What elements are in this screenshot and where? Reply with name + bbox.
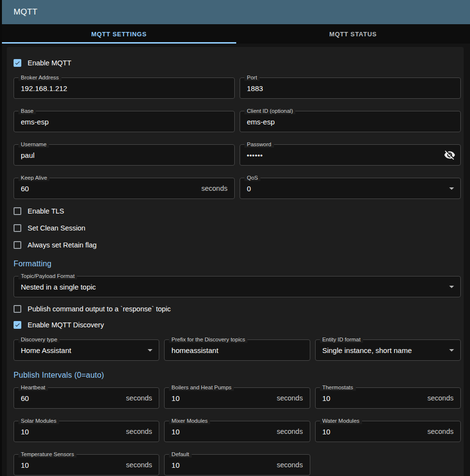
water-interval-field[interactable]: Water Modules 10 seconds	[315, 421, 461, 442]
qos-select[interactable]: QoS 0	[240, 178, 461, 199]
retain-flag-checkbox[interactable]: Always set Retain flag	[14, 241, 97, 249]
client-id-label: Client ID (optional)	[244, 108, 295, 114]
discovery-row: Discovery type Home Assistant Prefix for…	[14, 339, 461, 361]
dropdown-arrow-icon	[144, 344, 156, 356]
tab-mqtt-status[interactable]: MQTT STATUS	[236, 24, 470, 44]
clean-session-checkbox[interactable]: Set Clean Session	[14, 224, 85, 232]
entity-id-format-label: Entity ID format	[320, 337, 363, 343]
username-value: paul	[21, 151, 227, 159]
discovery-prefix-field[interactable]: Prefix for the Discovery topics homeassi…	[164, 339, 310, 361]
page-title: MQTT	[14, 7, 37, 17]
solar-unit: seconds	[126, 428, 152, 435]
discovery-prefix-label: Prefix for the Discovery topics	[169, 337, 247, 343]
broker-port-row: Broker Address 192.168.1.212 Port 1883	[14, 77, 461, 99]
boilers-interval-field[interactable]: Boilers and Heat Pumps 10 seconds	[164, 387, 310, 409]
discovery-type-select[interactable]: Discovery type Home Assistant	[14, 339, 159, 361]
port-value: 1883	[247, 84, 454, 92]
mixer-label: Mixer Modules	[169, 418, 210, 424]
keepalive-qos-row: Keep Alive 60 seconds QoS 0	[14, 178, 461, 199]
boilers-label: Boilers and Heat Pumps	[169, 384, 234, 391]
checkbox-unchecked-icon	[14, 305, 21, 313]
publish-response-checkbox[interactable]: Publish command output to a `response` t…	[14, 305, 171, 313]
default-value: 10	[171, 461, 273, 469]
checkbox-unchecked-icon	[14, 241, 21, 249]
client-id-field[interactable]: Client ID (optional) ems-esp	[240, 111, 461, 132]
checkmark-icon	[15, 60, 20, 66]
enable-tls-label: Enable TLS	[28, 207, 64, 215]
password-field[interactable]: Password ••••••	[240, 144, 461, 166]
settings-panel: Enable MQTT Broker Address 192.168.1.212…	[7, 47, 464, 476]
port-field[interactable]: Port 1883	[240, 77, 461, 99]
broker-address-value: 192.168.1.212	[21, 84, 227, 92]
credentials-row: Username paul Password ••••••	[14, 144, 461, 166]
base-clientid-row: Base ems-esp Client ID (optional) ems-es…	[14, 111, 461, 132]
enable-mqtt-discovery-label: Enable MQTT Discovery	[28, 321, 104, 329]
mqtt-settings-page: MQTT MQTT SETTINGS MQTT STATUS Enable MQ…	[2, 0, 470, 476]
heartbeat-interval-field[interactable]: Heartbeat 60 seconds	[14, 387, 159, 409]
mixer-interval-field[interactable]: Mixer Modules 10 seconds	[164, 421, 310, 442]
water-unit: seconds	[427, 428, 454, 435]
topic-payload-format-label: Topic/Payload Format	[18, 273, 77, 279]
port-label: Port	[244, 75, 259, 81]
intervals-row-1: Heartbeat 60 seconds Boilers and Heat Pu…	[14, 387, 461, 409]
tab-bar: MQTT SETTINGS MQTT STATUS	[2, 24, 470, 44]
username-field[interactable]: Username paul	[14, 144, 235, 166]
thermostats-interval-field[interactable]: Thermostats 10 seconds	[315, 387, 461, 409]
solar-label: Solar Modules	[18, 418, 59, 424]
default-label: Default	[169, 451, 191, 458]
base-value: ems-esp	[21, 118, 227, 126]
enable-tls-checkbox[interactable]: Enable TLS	[14, 207, 64, 215]
boilers-value: 10	[171, 394, 273, 402]
solar-value: 10	[21, 428, 122, 436]
topic-format-row: Topic/Payload Format Nested in a single …	[14, 276, 461, 297]
checkbox-unchecked-icon	[14, 224, 21, 232]
username-label: Username	[18, 141, 49, 148]
heartbeat-value: 60	[21, 394, 122, 402]
publish-response-label: Publish command output to a `response` t…	[28, 305, 171, 313]
thermostats-label: Thermostats	[320, 384, 356, 391]
topic-payload-format-select[interactable]: Topic/Payload Format Nested in a single …	[14, 276, 461, 297]
water-label: Water Modules	[320, 418, 362, 424]
solar-interval-field[interactable]: Solar Modules 10 seconds	[14, 421, 159, 442]
dropdown-arrow-icon	[446, 281, 457, 292]
visibility-off-icon[interactable]	[444, 149, 455, 161]
client-id-value: ems-esp	[247, 118, 454, 126]
mixer-value: 10	[171, 428, 273, 436]
checkbox-checked-icon	[14, 321, 21, 329]
tab-mqtt-status-label: MQTT STATUS	[329, 31, 377, 38]
tab-mqtt-settings[interactable]: MQTT SETTINGS	[2, 24, 236, 44]
keep-alive-field[interactable]: Keep Alive 60 seconds	[14, 178, 235, 199]
qos-label: QoS	[244, 175, 260, 181]
dropdown-arrow-icon	[446, 183, 457, 194]
broker-address-field[interactable]: Broker Address 192.168.1.212	[14, 77, 235, 99]
thermostats-value: 10	[322, 394, 424, 402]
topic-payload-format-value: Nested in a single topic	[21, 283, 446, 291]
thermostats-unit: seconds	[427, 394, 454, 402]
keep-alive-label: Keep Alive	[18, 175, 49, 181]
temperature-sensors-interval-field[interactable]: Temperature Sensors 10 seconds	[14, 454, 159, 476]
keep-alive-value: 60	[21, 184, 197, 193]
enable-mqtt-checkbox[interactable]: Enable MQTT	[14, 59, 71, 67]
mixer-unit: seconds	[277, 428, 303, 435]
formatting-heading: Formatting	[14, 260, 461, 268]
app-bar: MQTT	[2, 0, 470, 24]
heartbeat-label: Heartbeat	[18, 384, 48, 391]
base-label: Base	[18, 108, 36, 114]
entity-id-format-value: Single instance, short name	[322, 346, 446, 354]
empty-cell	[315, 454, 461, 476]
default-interval-field[interactable]: Default 10 seconds	[164, 454, 310, 476]
water-value: 10	[322, 428, 424, 436]
dropdown-arrow-icon	[446, 344, 457, 356]
clean-session-label: Set Clean Session	[28, 224, 85, 232]
qos-value: 0	[247, 184, 446, 193]
temperature-sensors-label: Temperature Sensors	[18, 451, 76, 458]
temperature-sensors-unit: seconds	[126, 461, 152, 469]
enable-mqtt-discovery-checkbox[interactable]: Enable MQTT Discovery	[14, 321, 104, 329]
entity-id-format-select[interactable]: Entity ID format Single instance, short …	[315, 339, 461, 361]
broker-address-label: Broker Address	[18, 75, 61, 81]
base-field[interactable]: Base ems-esp	[14, 111, 235, 132]
window-left-edge	[0, 0, 2, 476]
keep-alive-unit: seconds	[201, 184, 227, 192]
tab-mqtt-settings-label: MQTT SETTINGS	[91, 31, 147, 38]
discovery-prefix-value: homeassistant	[171, 346, 303, 354]
